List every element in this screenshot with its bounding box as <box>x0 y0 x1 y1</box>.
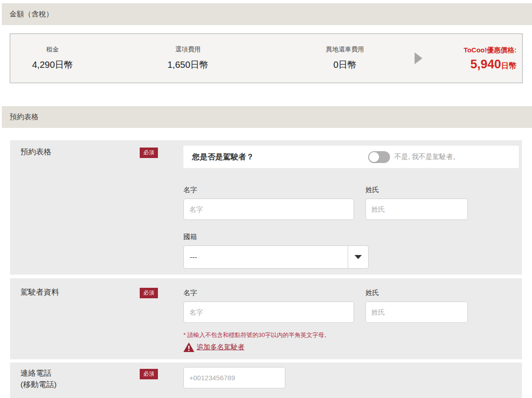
required-badge: 必須 <box>140 288 158 298</box>
promo-amount: 5,940 <box>470 57 501 71</box>
fee-dropoff-value: 0日幣 <box>333 59 356 71</box>
arrow-column <box>415 34 433 82</box>
required-badge: 必須 <box>140 148 158 158</box>
driver-name-note: * 請輸入不包含和標點符號的30字以内的半角英文字母。 <box>183 331 519 339</box>
booking-first-name-input[interactable] <box>183 199 354 220</box>
nationality-label: 國籍 <box>183 233 519 241</box>
nationality-select[interactable]: --- <box>183 245 369 269</box>
amount-header-bar: 金額（含稅） <box>2 3 532 25</box>
phone-content-column <box>183 362 522 390</box>
driver-first-name-input[interactable] <box>183 301 354 323</box>
fee-rental-value: 4,290日幣 <box>32 59 73 71</box>
fee-options-value: 1,650日幣 <box>167 59 208 71</box>
warning-icon <box>183 342 194 352</box>
fee-options: 選項費用 1,650日幣 <box>95 34 281 82</box>
phone-title-line1: 連絡電話 <box>20 368 56 379</box>
price-summary-box: 租金 4,290日幣 選項費用 1,650日幣 異地還車費用 0日幣 ToCoo… <box>10 33 523 83</box>
driver-toggle-caption: 不是, 我不是駕駛者。 <box>395 153 460 161</box>
fee-dropoff-label: 異地還車費用 <box>326 46 364 54</box>
required-badge: 必須 <box>140 369 158 379</box>
booking-last-name-input[interactable] <box>365 199 468 220</box>
booking-last-name-field: 姓氏 <box>365 186 468 220</box>
right-arrow-icon <box>415 52 422 64</box>
driver-label-column: 駕駛者資料 必須 <box>10 278 183 352</box>
add-driver-link[interactable]: 追加多名駕駛者 <box>197 343 244 352</box>
form-row-driver: 駕駛者資料 必須 名字 姓氏 * 請輸入不包含和標點符號的30字以内的半角英文字… <box>10 278 522 359</box>
booking-section-title: 預約表格 <box>20 147 51 158</box>
form-row-phone: 連絡電話 (移動電話) 必須 <box>10 362 522 398</box>
booking-last-name-label: 姓氏 <box>365 186 468 194</box>
chevron-down-icon <box>355 255 362 259</box>
form-row-booking: 預約表格 必須 您是否是駕駛者？ 不是, 我不是駕駛者。 名字 姓氏 國籍 --… <box>10 140 522 275</box>
nationality-select-arrow-box[interactable] <box>348 246 368 268</box>
fee-rental-label: 租金 <box>46 46 59 54</box>
driver-last-name-input[interactable] <box>365 301 468 323</box>
promo-price-label: ToCoo!優惠價格: <box>464 46 517 55</box>
driver-question-text: 您是否是駕駛者？ <box>192 152 254 162</box>
driver-name-row: 名字 姓氏 <box>183 289 519 323</box>
amount-header-title: 金額（含稅） <box>10 10 53 19</box>
booking-first-name-field: 名字 <box>183 186 354 220</box>
driver-last-name-label: 姓氏 <box>365 289 468 297</box>
driver-first-name-field: 名字 <box>183 289 354 323</box>
promo-price-value: 5,940日幣 <box>470 58 517 71</box>
booking-content-column: 您是否是駕駛者？ 不是, 我不是駕駛者。 名字 姓氏 國籍 --- <box>183 140 522 269</box>
reservation-form-header-title: 預約表格 <box>10 112 39 122</box>
add-driver-row: 追加多名駕駛者 <box>183 342 519 352</box>
promo-currency: 日幣 <box>501 61 517 70</box>
fee-dropoff: 異地還車費用 0日幣 <box>281 34 409 82</box>
driver-section-title: 駕駛者資料 <box>20 287 59 298</box>
price-spacer <box>409 34 415 82</box>
booking-first-name-label: 名字 <box>183 186 354 194</box>
driver-last-name-field: 姓氏 <box>365 289 468 323</box>
booking-label-column: 預約表格 必須 <box>10 140 183 269</box>
driver-content-column: 名字 姓氏 * 請輸入不包含和標點符號的30字以内的半角英文字母。 追加多名駕駛… <box>183 278 522 352</box>
booking-name-row: 名字 姓氏 <box>183 186 519 220</box>
driver-toggle-knob <box>369 152 379 162</box>
fee-rental: 租金 4,290日幣 <box>10 34 95 82</box>
promo-price-block: ToCoo!優惠價格: 5,940日幣 <box>433 34 522 82</box>
driver-question-box: 您是否是駕駛者？ 不是, 我不是駕駛者。 <box>183 146 519 168</box>
phone-input[interactable] <box>183 367 285 388</box>
nationality-selected-value: --- <box>184 246 348 268</box>
driver-first-name-label: 名字 <box>183 289 354 297</box>
phone-section-title: 連絡電話 (移動電話) <box>20 368 56 390</box>
phone-title-line2: (移動電話) <box>20 379 56 391</box>
driver-toggle[interactable] <box>368 151 390 163</box>
fee-options-label: 選項費用 <box>175 46 201 54</box>
phone-label-column: 連絡電話 (移動電話) 必須 <box>10 362 183 390</box>
reservation-form-header-bar: 預約表格 <box>2 106 532 128</box>
nationality-field: 國籍 --- <box>183 233 519 269</box>
